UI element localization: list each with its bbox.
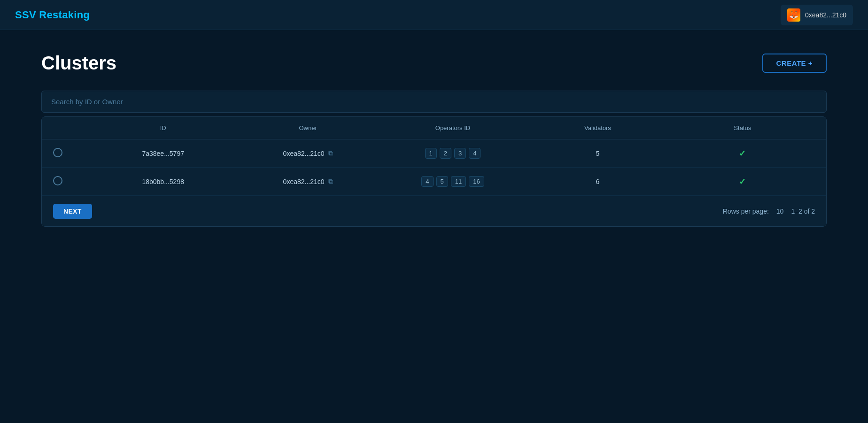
row-status-2: ✓ [670,177,815,187]
col-header-validators: Validators [525,124,670,131]
table-header: ID Owner Operators ID Validators Status [42,117,826,139]
status-active-icon: ✓ [739,177,746,186]
table-row[interactable]: 7a38ee...5797 0xea82...21c0 ⧉ 1 2 3 4 5 [42,139,826,168]
wallet-address: 0xea82...21c0 [805,11,846,19]
clusters-table: ID Owner Operators ID Validators Status … [41,116,827,227]
operator-badge: 2 [440,148,451,159]
col-header-select [53,124,91,131]
col-header-owner: Owner [235,124,380,131]
row-owner-1: 0xea82...21c0 ⧉ [235,149,380,157]
main-content: Clusters CREATE + ID Owner Operators ID … [0,30,868,249]
operator-badge: 3 [454,148,466,159]
wallet-button[interactable]: 🦊 0xea82...21c0 [781,5,853,25]
rows-per-page-label: Rows per page: [723,208,769,215]
page-header: Clusters CREATE + [41,53,827,74]
search-input[interactable] [41,91,827,113]
col-header-operators: Operators ID [380,124,525,131]
status-active-icon: ✓ [739,149,746,158]
rows-per-page-value: 10 [776,208,784,215]
row-validators-1: 5 [525,150,670,157]
copy-icon[interactable]: ⧉ [328,177,333,185]
row-select-1[interactable] [53,148,91,159]
table-row[interactable]: 18b0bb...5298 0xea82...21c0 ⧉ 4 5 11 16 … [42,168,826,196]
row-validators-2: 6 [525,178,670,185]
radio-circle-icon [53,148,62,157]
operator-badge: 4 [421,176,433,187]
app-logo: SSV Restaking [15,9,90,21]
operator-badge: 16 [469,176,484,187]
row-id-1: 7a38ee...5797 [91,150,235,157]
row-id-2: 18b0bb...5298 [91,178,235,185]
operator-badge: 5 [436,176,448,187]
row-operators-2: 4 5 11 16 [380,176,525,187]
page-title: Clusters [41,53,116,74]
operator-badge: 1 [425,148,437,159]
page-range: 1–2 of 2 [791,208,815,215]
col-header-status: Status [670,124,815,131]
radio-circle-icon [53,176,62,185]
pagination-info: Rows per page: 10 1–2 of 2 [723,208,815,215]
copy-icon[interactable]: ⧉ [328,149,333,157]
row-owner-2: 0xea82...21c0 ⧉ [235,177,380,185]
operator-badge: 4 [469,148,480,159]
wallet-avatar-icon: 🦊 [787,8,800,22]
create-button[interactable]: CREATE + [762,54,827,73]
table-footer: NEXT Rows per page: 10 1–2 of 2 [42,196,826,226]
col-header-id: ID [91,124,235,131]
operator-badge: 11 [451,176,466,187]
app-header: SSV Restaking 🦊 0xea82...21c0 [0,0,868,30]
search-container [41,91,827,113]
row-status-1: ✓ [670,148,815,159]
next-button[interactable]: NEXT [53,204,92,219]
row-operators-1: 1 2 3 4 [380,148,525,159]
row-select-2[interactable] [53,176,91,187]
